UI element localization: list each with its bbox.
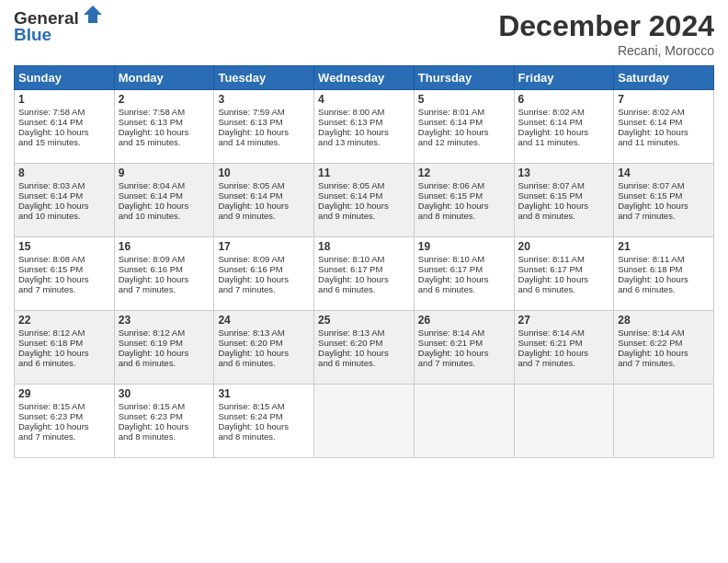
- daylight-cont: and 8 minutes.: [218, 431, 275, 442]
- location: Recani, Morocco: [498, 43, 714, 58]
- daylight: Daylight: 10 hours: [518, 201, 589, 211]
- sunset: Sunset: 6:16 PM: [218, 264, 282, 274]
- daylight: Daylight: 10 hours: [218, 127, 289, 137]
- sunrise: Sunrise: 8:10 AM: [418, 254, 484, 264]
- sunrise: Sunrise: 8:06 AM: [418, 180, 484, 190]
- daylight-cont: and 7 minutes.: [18, 284, 75, 294]
- sunset: Sunset: 6:23 PM: [18, 411, 83, 421]
- sunrise: Sunrise: 8:12 AM: [119, 327, 185, 338]
- calendar-cell: 28 Sunrise: 8:14 AM Sunset: 6:22 PM Dayl…: [614, 311, 714, 385]
- day-number: 15: [18, 240, 110, 253]
- daylight: Daylight: 10 hours: [318, 274, 389, 284]
- daylight-cont: and 6 minutes.: [119, 358, 176, 368]
- sunrise: Sunrise: 8:14 AM: [418, 327, 484, 338]
- calendar-cell: 4 Sunrise: 8:00 AM Sunset: 6:13 PM Dayli…: [314, 90, 415, 164]
- day-number: 18: [318, 240, 410, 253]
- header-row: Sunday Monday Tuesday Wednesday Thursday…: [15, 66, 714, 90]
- daylight: Daylight: 10 hours: [218, 421, 289, 431]
- daylight-cont: and 8 minutes.: [418, 211, 475, 221]
- sunset: Sunset: 6:15 PM: [518, 190, 583, 201]
- calendar-table: Sunday Monday Tuesday Wednesday Thursday…: [14, 65, 714, 458]
- daylight: Daylight: 10 hours: [618, 348, 688, 358]
- calendar-cell: 19 Sunrise: 8:10 AM Sunset: 6:17 PM Dayl…: [414, 237, 514, 311]
- daylight-cont: and 10 minutes.: [119, 211, 181, 221]
- sunrise: Sunrise: 8:01 AM: [418, 107, 484, 117]
- col-sunday: Sunday: [15, 66, 115, 90]
- sunrise: Sunrise: 7:59 AM: [218, 107, 284, 117]
- day-number: 20: [518, 240, 610, 253]
- sunset: Sunset: 6:22 PM: [618, 338, 682, 348]
- sunrise: Sunrise: 8:10 AM: [318, 254, 384, 264]
- day-number: 11: [318, 167, 410, 179]
- daylight-cont: and 6 minutes.: [218, 358, 275, 368]
- sunset: Sunset: 6:20 PM: [218, 338, 282, 348]
- sunset: Sunset: 6:15 PM: [18, 264, 83, 274]
- calendar-cell: 26 Sunrise: 8:14 AM Sunset: 6:21 PM Dayl…: [414, 311, 514, 385]
- calendar-cell: 17 Sunrise: 8:09 AM Sunset: 6:16 PM Dayl…: [214, 237, 314, 311]
- day-number: 1: [18, 93, 110, 106]
- sunrise: Sunrise: 8:15 AM: [18, 401, 85, 411]
- day-number: 4: [318, 93, 410, 106]
- daylight: Daylight: 10 hours: [518, 274, 589, 284]
- calendar-cell: 14 Sunrise: 8:07 AM Sunset: 6:15 PM Dayl…: [614, 164, 714, 237]
- calendar-cell: 20 Sunrise: 8:11 AM Sunset: 6:17 PM Dayl…: [514, 237, 614, 311]
- daylight-cont: and 6 minutes.: [418, 284, 475, 294]
- svg-marker-0: [84, 6, 102, 23]
- daylight: Daylight: 10 hours: [18, 274, 89, 284]
- daylight-cont: and 7 minutes.: [218, 284, 275, 294]
- sunrise: Sunrise: 8:15 AM: [119, 401, 185, 411]
- daylight: Daylight: 10 hours: [318, 127, 389, 137]
- daylight-cont: and 6 minutes.: [318, 284, 375, 294]
- daylight-cont: and 7 minutes.: [418, 358, 475, 368]
- sunrise: Sunrise: 8:13 AM: [218, 327, 284, 338]
- daylight-cont: and 9 minutes.: [318, 211, 375, 221]
- day-number: 30: [119, 387, 210, 400]
- calendar-cell: 11 Sunrise: 8:05 AM Sunset: 6:14 PM Dayl…: [314, 164, 415, 237]
- daylight: Daylight: 10 hours: [318, 348, 389, 358]
- calendar-cell: 3 Sunrise: 7:59 AM Sunset: 6:13 PM Dayli…: [214, 90, 314, 164]
- daylight: Daylight: 10 hours: [218, 201, 289, 211]
- day-number: 3: [218, 93, 310, 106]
- sunrise: Sunrise: 8:12 AM: [18, 327, 85, 338]
- daylight-cont: and 12 minutes.: [418, 137, 481, 147]
- calendar-cell: 13 Sunrise: 8:07 AM Sunset: 6:15 PM Dayl…: [514, 164, 614, 237]
- day-number: 9: [119, 167, 210, 179]
- daylight-cont: and 7 minutes.: [119, 284, 176, 294]
- daylight-cont: and 15 minutes.: [119, 137, 181, 147]
- sunset: Sunset: 6:21 PM: [518, 338, 583, 348]
- daylight-cont: and 9 minutes.: [218, 211, 275, 221]
- calendar-week-row: 15 Sunrise: 8:08 AM Sunset: 6:15 PM Dayl…: [15, 237, 714, 311]
- col-friday: Friday: [514, 66, 614, 90]
- day-number: 24: [218, 314, 310, 327]
- daylight-cont: and 10 minutes.: [18, 211, 81, 221]
- calendar-cell: 27 Sunrise: 8:14 AM Sunset: 6:21 PM Dayl…: [514, 311, 614, 385]
- calendar-week-row: 22 Sunrise: 8:12 AM Sunset: 6:18 PM Dayl…: [15, 311, 714, 385]
- sunset: Sunset: 6:23 PM: [119, 411, 183, 421]
- day-number: 28: [618, 314, 710, 327]
- daylight-cont: and 6 minutes.: [518, 284, 575, 294]
- day-number: 19: [418, 240, 510, 253]
- calendar-cell: 29 Sunrise: 8:15 AM Sunset: 6:23 PM Dayl…: [15, 385, 115, 458]
- header: General Blue December 2024 Recani, Moroc…: [14, 9, 714, 58]
- col-saturday: Saturday: [614, 66, 714, 90]
- daylight: Daylight: 10 hours: [119, 421, 189, 431]
- calendar-cell: 6 Sunrise: 8:02 AM Sunset: 6:14 PM Dayli…: [514, 90, 614, 164]
- day-number: 10: [218, 167, 310, 179]
- daylight: Daylight: 10 hours: [418, 201, 489, 211]
- sunrise: Sunrise: 8:08 AM: [18, 254, 85, 264]
- calendar-cell: 10 Sunrise: 8:05 AM Sunset: 6:14 PM Dayl…: [214, 164, 314, 237]
- daylight-cont: and 14 minutes.: [218, 137, 280, 147]
- sunrise: Sunrise: 8:14 AM: [618, 327, 684, 338]
- daylight-cont: and 7 minutes.: [18, 431, 75, 442]
- sunrise: Sunrise: 8:09 AM: [218, 254, 284, 264]
- month-title: December 2024: [498, 9, 714, 43]
- day-number: 27: [518, 314, 610, 327]
- sunrise: Sunrise: 8:14 AM: [518, 327, 585, 338]
- calendar-cell: 24 Sunrise: 8:13 AM Sunset: 6:20 PM Dayl…: [214, 311, 314, 385]
- sunset: Sunset: 6:14 PM: [618, 117, 682, 127]
- sunset: Sunset: 6:14 PM: [318, 190, 382, 201]
- day-number: 5: [418, 93, 510, 106]
- sunset: Sunset: 6:17 PM: [318, 264, 382, 274]
- daylight-cont: and 7 minutes.: [618, 211, 675, 221]
- calendar-week-row: 1 Sunrise: 7:58 AM Sunset: 6:14 PM Dayli…: [15, 90, 714, 164]
